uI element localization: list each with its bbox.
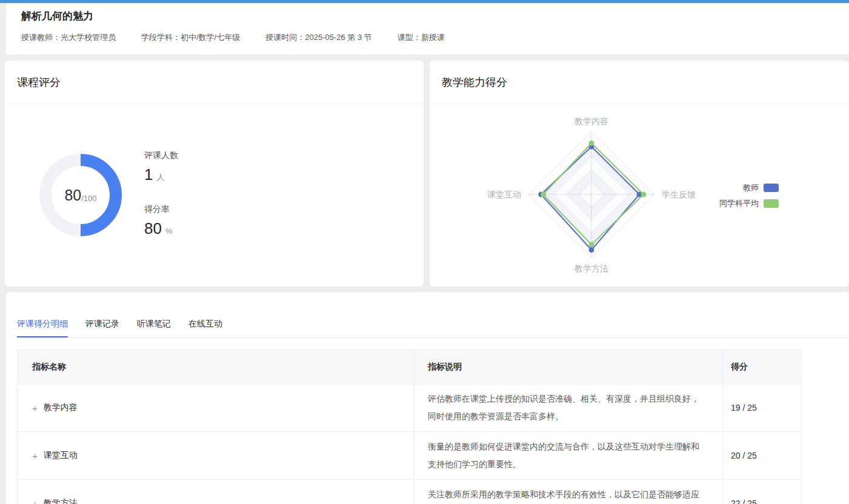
legend-teacher-swatch [764,184,779,192]
score-card-header: 课程评分 [5,61,424,104]
radar-axis-label: 教学内容 [574,116,608,126]
score-card-title: 课程评分 [5,61,424,104]
page-title: 解析几何的魅力 [21,9,93,23]
stat-reviewers-value: 1 [144,165,153,184]
course-meta: 授课教师：光大学校管理员 学段学科：初中/数学/七年级 授课时间：2025-05… [21,32,470,43]
expand-icon[interactable]: + [32,403,38,413]
radar-card-header: 教学能力得分 [430,61,849,104]
table-row: + 教学内容 评估教师在课堂上传授的知识是否准确、相关、有深度，并且组织良好，同… [18,383,801,431]
radar-axis-label: 学生反馈 [662,190,696,199]
gauge-max: /100 [81,194,96,203]
table-row: + 课堂互动 衡量的是教师如何促进课堂内的交流与合作，以及这些互动对学生理解和支… [18,431,801,479]
stat-reviewers-unit: 人 [156,173,164,182]
radar-chart: 教学内容学生反馈教学方法课堂互动 [464,108,719,284]
gauge-value: 80 [64,187,81,204]
column-header-indicator-name: 指标名称 [18,350,415,383]
tab-listening-notes[interactable]: 听课笔记 [137,319,171,337]
gauge-center-label: 80 /100 [32,147,129,244]
table-row: + 教学方法 关注教师所采用的教学策略和技术手段的有效性，以及它们是否能够适应不… [18,479,801,504]
stat-reviewers-label: 评课人数 [144,149,178,161]
radar-axis-label: 课堂互动 [487,190,521,199]
legend-item-teacher[interactable]: 教师 [719,182,779,194]
radar-legend: 教师 同学科平均 [719,182,779,213]
meta-time: 授课时间：2025-05-26 第 3 节 [265,32,372,43]
expand-icon[interactable]: + [32,451,38,461]
column-header-indicator-desc: 指标说明 [415,350,723,383]
row-score: 20 / 25 [723,432,801,479]
row-indicator-name: 教学方法 [44,498,78,504]
stat-score-rate-value: 80 [144,219,162,237]
tab-review-records[interactable]: 评课记录 [85,319,119,337]
row-indicator-desc: 关注教师所采用的教学策略和技术手段的有效性，以及它们是否能够适应不同的学习风格和… [415,480,723,504]
row-indicator-name: 课堂互动 [44,450,78,461]
teaching-ability-card: 教学能力得分 教学内容学生反馈教学方法课堂互动 教师 同学科平均 [430,61,849,287]
stat-reviewers: 评课人数 1人 [144,149,178,187]
course-score-card: 课程评分 80 /100 评课人数 1人 得分率 80% [5,61,424,287]
expand-icon[interactable]: + [32,499,38,504]
table-header-row: 指标名称 指标说明 得分 [18,350,801,383]
course-header: 解析几何的魅力 授课教师：光大学校管理员 学段学科：初中/数学/七年级 授课时间… [6,3,849,55]
meta-course-type: 课型：新授课 [398,32,445,43]
legend-subject-average-swatch [764,199,779,208]
row-score: 22 / 25 [723,480,801,504]
stat-score-rate-unit: % [165,227,173,236]
stat-score-rate: 得分率 80% [144,203,178,241]
legend-item-subject-average[interactable]: 同学科平均 [719,197,779,210]
detail-section: 评课得分明细 评课记录 听课笔记 在线互动 指标名称 指标说明 得分 + 教学内… [6,292,849,504]
row-score: 19 / 25 [723,384,801,431]
radar-axis-label: 教学方法 [574,264,608,273]
row-indicator-name: 教学内容 [44,402,78,413]
radar-card-title: 教学能力得分 [430,61,849,104]
tab-online-interaction[interactable]: 在线互动 [188,319,222,337]
row-indicator-desc: 衡量的是教师如何促进课堂内的交流与合作，以及这些互动对学生理解和支持他们学习的重… [415,432,723,479]
score-detail-table: 指标名称 指标说明 得分 + 教学内容 评估教师在课堂上传授的知识是否准确、相关… [17,350,802,504]
score-stats: 评课人数 1人 得分率 80% [144,149,178,241]
stat-score-rate-label: 得分率 [144,203,178,215]
legend-teacher-label: 教师 [743,182,759,193]
tab-bar: 评课得分明细 评课记录 听课笔记 在线互动 [17,292,849,338]
column-header-score: 得分 [723,350,801,383]
row-indicator-desc: 评估教师在课堂上传授的知识是否准确、相关、有深度，并且组织良好，同时使用的教学资… [415,384,723,431]
table-body: + 教学内容 评估教师在课堂上传授的知识是否准确、相关、有深度，并且组织良好，同… [18,383,801,504]
tab-score-detail[interactable]: 评课得分明细 [17,319,68,337]
meta-grade-subject: 学段学科：初中/数学/七年级 [141,32,240,43]
score-gauge-chart: 80 /100 [32,147,129,244]
legend-subject-average-label: 同学科平均 [719,198,759,209]
meta-teacher: 授课教师：光大学校管理员 [21,32,116,43]
